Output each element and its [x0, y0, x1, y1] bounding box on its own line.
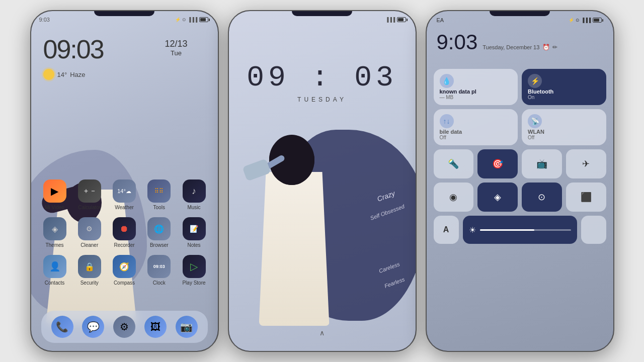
app-compass[interactable]: 🧭 Compass	[111, 255, 138, 286]
dock-phone[interactable]: 📞	[51, 316, 73, 338]
cc-tile-water[interactable]: 💧 known data pl — MB	[434, 69, 518, 105]
lockscreen-time: 09 : 03	[229, 61, 416, 94]
app-row-3: 👤 Contacts 🔒 Security 🧭 Compass 09:03 Cl…	[41, 255, 208, 286]
cc-tile-bluetooth[interactable]: ⚡ Bluetooth On	[522, 69, 606, 105]
cc-tile-location[interactable]: ◈	[477, 183, 518, 212]
app-label: Weather	[115, 205, 134, 210]
app-label: Security	[80, 280, 99, 286]
app-label: Clock	[153, 280, 166, 286]
water-label: known data pl — MB	[440, 88, 512, 100]
dock-gallery[interactable]: 🖼	[144, 316, 167, 338]
cc-font-size-tile[interactable]: A	[434, 216, 459, 244]
app-label: Browser	[150, 242, 169, 248]
app-icon-img: ⏺	[113, 217, 136, 240]
app-label: Mi Video	[45, 205, 64, 210]
app-label: Compass	[114, 280, 135, 286]
lockscreen-status-bar: ▐▐▐	[229, 11, 416, 25]
app-clock[interactable]: 09:03 Clock	[145, 255, 173, 286]
brightness-sun-icon: ☀	[469, 225, 476, 235]
dock-camera[interactable]: 📷	[176, 316, 198, 338]
app-notes[interactable]: 📝 Notes	[181, 217, 208, 248]
wlan-title: WLAN	[528, 129, 600, 135]
dock-settings[interactable]: ⚙	[113, 316, 135, 338]
cc-brightness-slider[interactable]: ☀	[463, 216, 577, 244]
app-cleaner[interactable]: ⚙ Cleaner	[76, 217, 103, 248]
water-icon-area: 💧	[440, 74, 512, 88]
cc-small-row-2: ◉ ◈ ⊙ ⬛	[434, 183, 606, 212]
cc-tile-row-2: ↑↓ bile data Off 📡 WLAN Off	[434, 109, 606, 145]
swipe-up-chevron: ∧	[319, 329, 325, 337]
bluetooth-title: Bluetooth	[528, 88, 600, 95]
app-playstore[interactable]: ▷ Play Store	[181, 255, 208, 286]
app-label: Play Store	[182, 280, 205, 286]
app-icon-img: ⚙	[78, 217, 101, 240]
wlan-sub: Off	[528, 135, 600, 140]
dock-messages[interactable]: 💬	[82, 316, 104, 338]
signal-icon: ▐▐▐	[188, 17, 197, 22]
app-contacts[interactable]: 👤 Contacts	[41, 255, 68, 286]
cc-tile-mobiledata[interactable]: ↑↓ bile data Off	[434, 109, 518, 145]
status-time: 9:03	[39, 17, 50, 23]
date-widget: 12/13 Tue	[165, 39, 187, 57]
status-bar: 9:03 ⚡ ⊙ ▐▐▐	[31, 11, 218, 25]
app-themes[interactable]: ◈ Themes	[41, 217, 68, 248]
mobiledata-title: bile data	[440, 129, 512, 135]
app-icon-img: 👤	[43, 255, 66, 278]
bluetooth-info: Bluetooth On	[528, 88, 600, 100]
app-icon-img: 📝	[183, 217, 206, 240]
app-icon-img: 🌐	[147, 217, 171, 240]
cc-time: 9:03	[437, 30, 478, 54]
cc-tile-focus[interactable]: 🎯	[477, 149, 518, 178]
app-icon-img: 09:03	[147, 255, 171, 278]
cc-tile-cast[interactable]: 📺	[522, 149, 562, 178]
app-icon-img: 🧭	[113, 255, 136, 278]
cc-tile-flashlight[interactable]: 🔦	[434, 149, 474, 178]
lock-signal: ▐▐▐	[385, 17, 395, 22]
app-label: Calculator	[78, 205, 101, 210]
app-mivideo[interactable]: ▶ Mi Video	[41, 179, 68, 210]
app-calculator[interactable]: ＋－ Calculator	[76, 179, 103, 210]
app-label: Music	[187, 205, 200, 210]
app-recorder[interactable]: ⏺ Recorder	[111, 217, 138, 248]
clock-widget: 09:03	[43, 36, 104, 62]
cc-volume-indicator	[507, 13, 532, 15]
brightness-track	[480, 229, 571, 231]
temperature: 14°	[57, 71, 67, 78]
cc-edit-icon[interactable]: ✏	[552, 44, 557, 51]
cc-tile-autorotate[interactable]: ⊙	[522, 183, 562, 212]
app-icon-img: ▷	[183, 255, 206, 278]
app-row-1: ▶ Mi Video ＋－ Calculator 14°☁ Weather ⠿⠿…	[41, 179, 208, 210]
mobiledata-icon-area: ↑↓	[440, 114, 512, 128]
app-security[interactable]: 🔒 Security	[76, 255, 103, 286]
app-browser[interactable]: 🌐 Browser	[145, 217, 173, 248]
cc-status-icons: ⚡ ⊙ ▐▐▐	[569, 18, 603, 23]
app-tools[interactable]: ⠿⠿ Tools	[145, 179, 173, 210]
clock-time: 09:03	[43, 36, 104, 62]
app-label: Recorder	[114, 242, 134, 248]
lock-battery	[397, 17, 408, 22]
app-icon-img: ♪	[183, 179, 206, 203]
app-row-2: ◈ Themes ⚙ Cleaner ⏺ Recorder 🌐 Browser …	[41, 217, 208, 248]
cc-tile-privacy[interactable]: ◉	[434, 183, 474, 212]
cc-extra-tile[interactable]	[581, 216, 606, 244]
bluetooth-status-icon: ⚡	[175, 17, 181, 22]
app-icon-img: ⠿⠿	[147, 179, 171, 203]
cc-tile-airplane[interactable]: ✈	[566, 149, 606, 178]
cc-tile-wlan[interactable]: 📡 WLAN Off	[522, 109, 606, 145]
app-weather[interactable]: 14°☁ Weather	[111, 179, 138, 210]
wlan-icon-area: 📡	[528, 114, 600, 128]
app-icon-img: ▶	[43, 179, 66, 203]
app-music[interactable]: ♪ Music	[181, 179, 208, 210]
font-label: A	[443, 225, 449, 234]
app-icon-img: ＋－	[78, 179, 101, 203]
cc-alarm-icon[interactable]: ⏰	[542, 44, 550, 51]
weather-widget: 14° Haze	[43, 69, 86, 80]
mobiledata-icon: ↑↓	[440, 114, 454, 128]
mobiledata-info: bile data Off	[440, 129, 512, 140]
wlan-icon: 📡	[528, 114, 542, 128]
bluetooth-sub: On	[528, 95, 600, 100]
cc-tile-video[interactable]: ⬛	[566, 183, 606, 212]
cc-status-bar: EA ⚡ ⊙ ▐▐▐	[427, 17, 613, 23]
bluetooth-tile-icon: ⚡	[528, 74, 542, 88]
app-dock: 📞 💬 ⚙ 🖼 📷	[41, 311, 208, 343]
